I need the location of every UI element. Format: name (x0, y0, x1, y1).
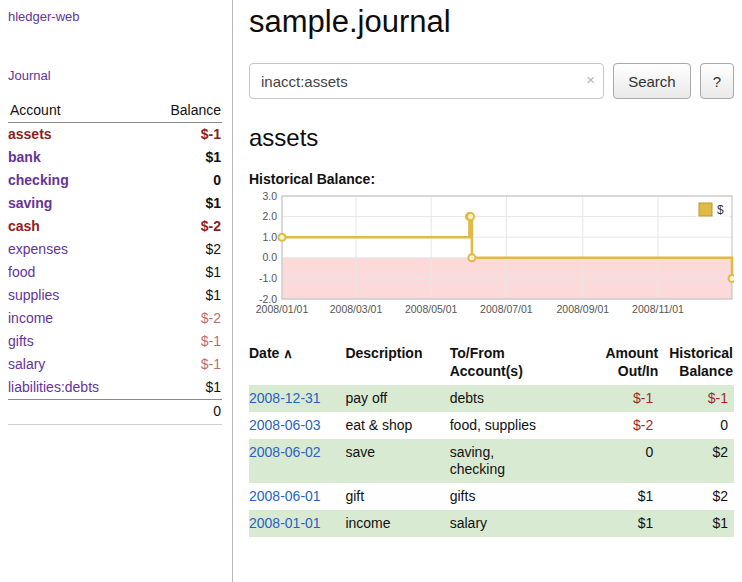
sidebar: hledger-web Journal Account Balance asse… (0, 0, 233, 582)
svg-text:0.0: 0.0 (262, 251, 277, 263)
accounts-header-balance: Balance (143, 99, 222, 123)
account-row: saving$1 (8, 192, 222, 215)
account-balance: $1 (143, 376, 222, 400)
account-row: salary$-1 (8, 353, 222, 376)
register-description: eat & shop (345, 412, 449, 439)
svg-text:2008/05/01: 2008/05/01 (405, 303, 458, 315)
balance-chart-svg: $3.02.01.00.0-1.0-2.02008/01/012008/03/0… (249, 192, 734, 322)
register-accounts: gifts (450, 483, 580, 510)
search-input-wrap: × (249, 63, 604, 99)
register-row: 2008-06-02savesaving,checking0$2 (249, 439, 734, 483)
account-row: supplies$1 (8, 284, 222, 307)
register-description: save (345, 439, 449, 483)
historical-balance-chart: $3.02.01.00.0-1.0-2.02008/01/012008/03/0… (249, 192, 734, 325)
account-link[interactable]: cash (8, 218, 40, 234)
register-amount: $-2 (580, 412, 659, 439)
register-header-date: Date ∧ (249, 342, 345, 385)
chart-title: Historical Balance: (249, 171, 734, 187)
register-header-row: Date ∧ Description To/From Account(s) Am… (249, 342, 734, 385)
account-link[interactable]: income (8, 310, 53, 326)
clear-search-icon[interactable]: × (586, 71, 595, 88)
register-amount: $-1 (580, 385, 659, 412)
register-header-accounts: To/From Account(s) (450, 342, 580, 385)
register-header-amount: Amount Out/In (580, 342, 659, 385)
svg-text:3.0: 3.0 (262, 192, 277, 202)
register-date-link[interactable]: 2008-12-31 (249, 390, 321, 406)
account-row: assets$-1 (8, 123, 222, 147)
account-row: gifts$-1 (8, 330, 222, 353)
page-title: sample.journal (249, 4, 734, 40)
register-amount: $1 (580, 510, 659, 537)
search-input[interactable] (249, 63, 604, 99)
account-link[interactable]: food (8, 264, 35, 280)
register-date-link[interactable]: 2008-06-02 (249, 444, 321, 460)
account-link[interactable]: assets (8, 126, 52, 142)
register-header-description: Description (345, 342, 449, 385)
sort-ascending-icon: ∧ (283, 346, 293, 361)
register-date-link[interactable]: 2008-06-03 (249, 417, 321, 433)
accounts-header-account: Account (8, 99, 143, 123)
account-link[interactable]: expenses (8, 241, 68, 257)
register-row: 2008-06-03eat & shopfood, supplies$-20 (249, 412, 734, 439)
register-row: 2008-06-01giftgifts$1$2 (249, 483, 734, 510)
register-historical-balance: $1 (659, 510, 734, 537)
accounts-table-body: assets$-1bank$1checking0saving$1cash$-2e… (8, 123, 222, 400)
register-historical-balance: 0 (659, 412, 734, 439)
register-date-link[interactable]: 2008-06-01 (249, 488, 321, 504)
account-link[interactable]: gifts (8, 333, 34, 349)
register-table: Date ∧ Description To/From Account(s) Am… (249, 342, 734, 537)
account-balance: $-2 (143, 307, 222, 330)
register-description: income (345, 510, 449, 537)
account-link[interactable]: bank (8, 149, 41, 165)
svg-text:2008/03/01: 2008/03/01 (330, 303, 383, 315)
register-description: pay off (345, 385, 449, 412)
account-row: liabilities:debts$1 (8, 376, 222, 400)
app-window: hledger-web Journal Account Balance asse… (0, 0, 742, 582)
register-accounts: debts (450, 385, 580, 412)
account-row: expenses$2 (8, 238, 222, 261)
register-accounts: food, supplies (450, 412, 580, 439)
register-description: gift (345, 483, 449, 510)
account-link[interactable]: checking (8, 172, 69, 188)
account-balance: $1 (143, 284, 222, 307)
app-title-link[interactable]: hledger-web (8, 9, 80, 24)
svg-text:2008/07/01: 2008/07/01 (480, 303, 533, 315)
svg-text:2.0: 2.0 (262, 210, 277, 222)
search-button[interactable]: Search (613, 63, 691, 99)
account-balance: $2 (143, 238, 222, 261)
register-date-link[interactable]: 2008-01-01 (249, 515, 321, 531)
search-form: × Search ? (249, 63, 734, 99)
register-amount: $1 (580, 483, 659, 510)
register-header-date-label: Date (249, 345, 279, 361)
register-amount: 0 (580, 439, 659, 483)
svg-text:2008/09/01: 2008/09/01 (557, 303, 610, 315)
register-header-historical: Historical Balance (659, 342, 734, 385)
account-link[interactable]: supplies (8, 287, 59, 303)
main-content: sample.journal × Search ? assets Histori… (233, 0, 742, 582)
sidebar-item-journal[interactable]: Journal (8, 68, 51, 83)
register-row: 2008-01-01incomesalary$1$1 (249, 510, 734, 537)
help-button[interactable]: ? (700, 63, 734, 99)
accounts-total-row: 0 (8, 400, 222, 425)
accounts-table: Account Balance assets$-1bank$1checking0… (8, 99, 222, 425)
account-balance: $1 (143, 146, 222, 169)
svg-text:2008/11/01: 2008/11/01 (632, 303, 684, 315)
register-table-body: 2008-12-31pay offdebts$-1$-12008-06-03ea… (249, 385, 734, 537)
accounts-total-value: 0 (143, 400, 222, 425)
register-row: 2008-12-31pay offdebts$-1$-1 (249, 385, 734, 412)
register-historical-balance: $2 (659, 483, 734, 510)
account-row: food$1 (8, 261, 222, 284)
account-link[interactable]: liabilities:debts (8, 379, 99, 395)
account-link[interactable]: salary (8, 356, 45, 372)
account-link[interactable]: saving (8, 195, 52, 211)
account-balance: 0 (143, 169, 222, 192)
account-balance: $1 (143, 192, 222, 215)
account-row: income$-2 (8, 307, 222, 330)
svg-text:$: $ (717, 203, 724, 217)
account-row: checking0 (8, 169, 222, 192)
register-accounts: saving,checking (450, 439, 580, 483)
account-row: bank$1 (8, 146, 222, 169)
account-balance: $-1 (143, 123, 222, 147)
svg-text:-1.0: -1.0 (259, 272, 277, 284)
account-balance: $1 (143, 261, 222, 284)
